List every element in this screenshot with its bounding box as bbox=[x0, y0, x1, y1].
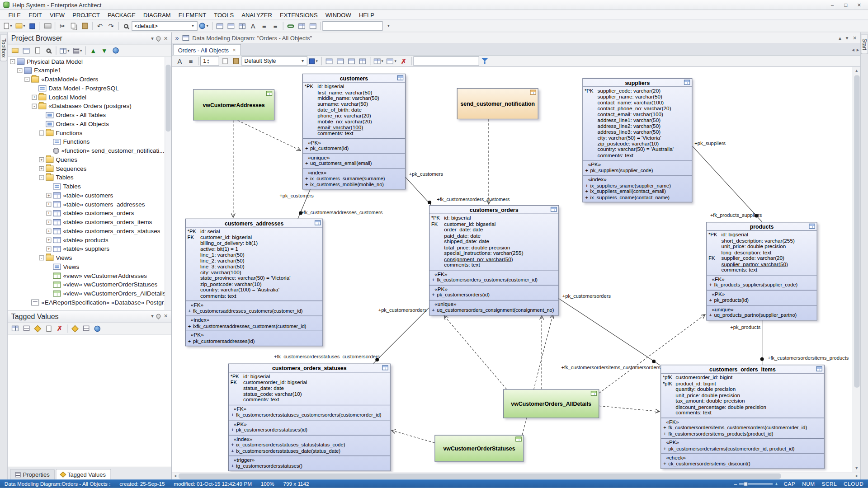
style-select[interactable]: Default Style ▼ bbox=[241, 56, 307, 66]
expand-icon[interactable]: + bbox=[46, 246, 51, 251]
diagram-layout-button[interactable]: ▾ bbox=[372, 56, 385, 67]
zoom-out-icon[interactable]: – bbox=[734, 481, 737, 487]
menu-diagram[interactable]: DIAGRAM bbox=[139, 10, 175, 20]
new-package-button[interactable] bbox=[9, 45, 21, 56]
copy-button[interactable] bbox=[68, 20, 80, 32]
tree-item[interactable]: +Data Model - PostgreSQL bbox=[8, 84, 171, 93]
close-button[interactable]: ✕ bbox=[853, 0, 866, 9]
tab-orders-all-objects[interactable]: Orders - All Objects × bbox=[173, 44, 241, 55]
entity-vwCustomerOrderStatuses[interactable]: vwCustomerOrderStatuses bbox=[434, 435, 524, 462]
pen-size-spinner[interactable]: 1 ▴▾ bbox=[200, 56, 219, 66]
tree-item[interactable]: -«Database» Orders (postgres) bbox=[8, 102, 171, 111]
tree-scrollbar[interactable] bbox=[165, 57, 171, 310]
tree-item[interactable]: +«view» vwCustomerAddresses bbox=[8, 271, 171, 280]
tab-scroll-right-icon[interactable]: ▸ bbox=[857, 47, 859, 52]
split-frame-button[interactable] bbox=[225, 20, 236, 32]
tag-filter-button[interactable] bbox=[80, 323, 92, 334]
align-center-button[interactable] bbox=[335, 56, 346, 67]
diagram-tools-button[interactable]: ▾ bbox=[385, 56, 398, 67]
scroll-left-icon[interactable]: ◂ bbox=[173, 472, 178, 479]
tab-properties[interactable]: Properties bbox=[10, 469, 55, 479]
tree-item[interactable]: -Functions bbox=[8, 128, 171, 137]
new-element-button[interactable] bbox=[32, 45, 43, 56]
move-down-button[interactable]: ▾ bbox=[99, 45, 110, 56]
menu-help[interactable]: HELP bbox=[355, 10, 378, 20]
toolbox-tab[interactable]: Toolbox bbox=[0, 35, 7, 62]
window-frame-button[interactable] bbox=[214, 20, 225, 32]
font-style-button[interactable]: A bbox=[247, 20, 259, 32]
tree-item[interactable]: +«table» customers_addresses bbox=[8, 200, 171, 209]
start-tab[interactable]: Start bbox=[861, 35, 868, 54]
tv-sort-button[interactable] bbox=[21, 323, 32, 334]
tree-item[interactable]: -«DataModel» Orders bbox=[8, 75, 171, 84]
edit-button[interactable]: ▾ bbox=[58, 45, 71, 56]
tab-scroll-left-icon[interactable]: ◂ bbox=[852, 47, 854, 52]
expand-icon[interactable]: + bbox=[39, 166, 44, 171]
align-text-button[interactable]: ≡ bbox=[185, 56, 197, 67]
tree-item[interactable]: +Orders - All Objects bbox=[8, 119, 171, 128]
font-button[interactable]: A bbox=[174, 56, 185, 67]
tree-item[interactable]: +Queries bbox=[8, 155, 171, 164]
scroll-down-icon[interactable]: ▾ bbox=[854, 465, 859, 472]
delete-element-button[interactable]: ✗ bbox=[398, 56, 410, 67]
tree-item[interactable]: +«table» customers_orders bbox=[8, 209, 171, 218]
vertical-scrollbar[interactable]: ▴ ▾ bbox=[853, 67, 860, 472]
collapse-icon[interactable]: - bbox=[39, 130, 44, 135]
grid-view-button[interactable] bbox=[236, 20, 248, 32]
chart-button[interactable] bbox=[296, 20, 307, 32]
open-button[interactable]: ▾ bbox=[14, 20, 27, 32]
pin-icon[interactable] bbox=[156, 35, 162, 42]
options-button[interactable]: ▾ bbox=[71, 45, 84, 56]
maximize-button[interactable]: □ bbox=[839, 0, 853, 9]
tree-item[interactable]: +«table» customers_orders_statuses bbox=[8, 226, 171, 235]
filter-funnel-icon[interactable] bbox=[479, 56, 490, 67]
numbered-list-button[interactable]: ≡ bbox=[270, 20, 281, 32]
tree-item[interactable]: +Views bbox=[8, 262, 171, 271]
tree-item[interactable]: -Tables bbox=[8, 173, 171, 182]
collapse-icon[interactable]: - bbox=[32, 103, 37, 108]
expand-up-icon[interactable]: ▴ bbox=[839, 35, 841, 40]
layout-button[interactable] bbox=[307, 20, 318, 32]
entity-products[interactable]: products*PKid: bigserialshort_descriptio… bbox=[706, 222, 817, 320]
tree-item[interactable]: +Tables bbox=[8, 182, 171, 191]
menu-file[interactable]: FILE bbox=[5, 10, 25, 20]
panel-menu-icon[interactable]: ▾ bbox=[151, 35, 154, 41]
align-right-button[interactable] bbox=[345, 56, 357, 67]
close-tab-icon[interactable]: × bbox=[233, 47, 236, 53]
tree-item[interactable]: +«table» customers_orders_items bbox=[8, 217, 171, 226]
new-button[interactable]: ▾ bbox=[2, 20, 14, 32]
appearance-button[interactable]: ▾ bbox=[307, 56, 320, 67]
expand-icon[interactable]: + bbox=[46, 228, 51, 233]
menu-project[interactable]: PROJECT bbox=[69, 10, 104, 20]
expand-icon[interactable]: + bbox=[46, 211, 51, 216]
entity-customers_orders[interactable]: customers_orders*PKid: bigserialFKcustom… bbox=[429, 205, 559, 315]
collapse-icon[interactable]: - bbox=[10, 59, 15, 64]
horizontal-scrollbar[interactable]: ◂ ▸ bbox=[172, 472, 860, 479]
tag-help-button[interactable] bbox=[91, 323, 103, 334]
collaborate-button[interactable]: ▾ bbox=[198, 20, 210, 32]
tree-item[interactable]: -Example1 bbox=[8, 66, 171, 75]
undo-button[interactable]: ↶ bbox=[94, 20, 106, 32]
close-view-icon[interactable]: ✕ bbox=[853, 35, 857, 40]
tree-item[interactable]: +«table» products bbox=[8, 235, 171, 244]
new-diagram-button[interactable] bbox=[21, 45, 32, 56]
menu-analyzer[interactable]: ANALYZER bbox=[238, 10, 276, 20]
entity-customers_addresses[interactable]: customers_addresses*PKid: serialFKcustom… bbox=[185, 219, 323, 347]
move-up-button[interactable]: ▴ bbox=[88, 45, 99, 56]
browser-help-button[interactable] bbox=[110, 45, 121, 56]
zoom-slider-thumb[interactable] bbox=[744, 482, 748, 486]
expand-icon[interactable]: + bbox=[46, 192, 51, 197]
expand-icon[interactable]: + bbox=[46, 237, 51, 242]
expand-down-icon[interactable]: ▾ bbox=[846, 35, 849, 40]
tree-item[interactable]: +Functions bbox=[8, 137, 171, 146]
menu-edit[interactable]: EDIT bbox=[25, 10, 46, 20]
zoom-slider[interactable]: – + bbox=[734, 481, 778, 487]
tag-options-button[interactable] bbox=[69, 323, 80, 334]
edit-tag-button[interactable] bbox=[43, 323, 54, 334]
expand-icon[interactable]: + bbox=[46, 202, 51, 206]
diagram-filter-input[interactable] bbox=[413, 56, 479, 66]
menu-view[interactable]: VIEW bbox=[46, 10, 68, 20]
tree-item[interactable]: +«table» customers bbox=[8, 191, 171, 200]
panel-close-icon[interactable]: ✕ bbox=[164, 35, 168, 41]
toolbar-search-input[interactable] bbox=[322, 21, 382, 31]
